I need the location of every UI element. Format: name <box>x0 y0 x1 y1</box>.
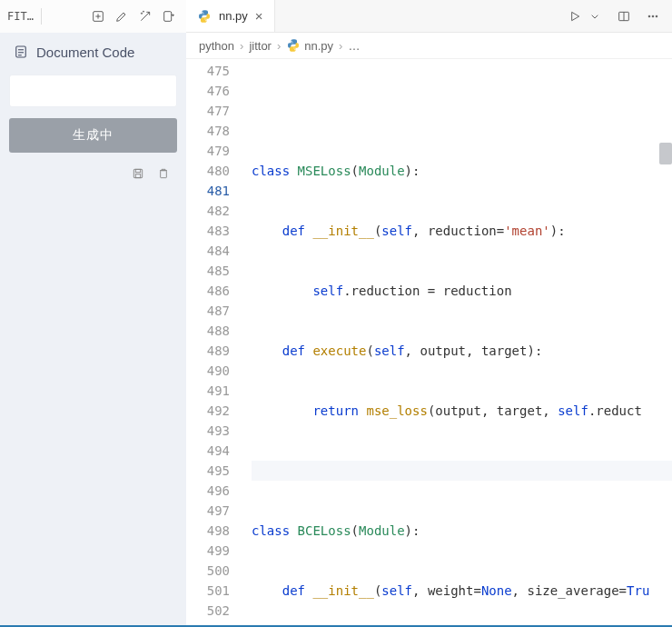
chevron-right-icon: › <box>240 39 243 53</box>
breadcrumb-seg[interactable]: nn.py <box>304 39 333 53</box>
tabs-row: nn.py × <box>186 0 672 33</box>
trash-icon[interactable] <box>155 165 172 182</box>
code-area[interactable]: 475 476 477 478 479 480 481 482 483 484 … <box>186 59 672 625</box>
breadcrumb-seg[interactable]: python <box>199 39 234 53</box>
close-icon[interactable]: × <box>255 8 263 24</box>
pencil-icon[interactable] <box>114 8 130 25</box>
svg-rect-11 <box>135 169 140 172</box>
document-icon <box>13 44 29 60</box>
code-line[interactable] <box>252 101 672 121</box>
generate-button[interactable]: 生成中 <box>9 118 177 153</box>
code-line[interactable]: def __init__(self, weight=None, size_ave… <box>252 581 672 601</box>
run-chevron-icon[interactable] <box>587 8 603 25</box>
editor-pane: nn.py × python › jittor › nn.py › <box>186 0 672 625</box>
svg-point-14 <box>202 11 203 12</box>
svg-point-19 <box>648 15 650 17</box>
svg-point-22 <box>292 41 292 42</box>
sidebar: FITT… Document Code 生成中 <box>0 0 186 625</box>
wand-icon[interactable] <box>137 8 153 25</box>
export-icon[interactable] <box>161 8 177 25</box>
svg-point-20 <box>652 15 654 17</box>
python-file-icon <box>286 38 301 53</box>
svg-rect-12 <box>135 174 140 178</box>
code-content[interactable]: class MSELoss(Module): def __init__(self… <box>242 59 672 625</box>
file-tab-nn-py[interactable]: nn.py × <box>186 0 275 32</box>
svg-point-23 <box>295 49 296 50</box>
svg-rect-10 <box>133 169 142 177</box>
svg-point-3 <box>141 13 142 14</box>
code-line[interactable]: return mse_loss(output, target, self.red… <box>252 401 672 421</box>
plus-panel-icon[interactable] <box>90 8 106 25</box>
split-editor-icon[interactable] <box>616 8 632 25</box>
run-icon[interactable] <box>567 8 583 25</box>
doc-input[interactable] <box>9 75 177 107</box>
code-line[interactable]: class MSELoss(Module): <box>252 161 672 181</box>
svg-marker-16 <box>572 12 579 20</box>
svg-point-4 <box>143 11 143 12</box>
file-tab-label: nn.py <box>219 9 248 23</box>
panel-header: Document Code <box>0 33 186 69</box>
more-icon[interactable] <box>645 8 661 25</box>
svg-point-15 <box>205 20 206 21</box>
python-file-icon <box>197 9 212 24</box>
chevron-right-icon: › <box>339 39 342 53</box>
code-line[interactable]: self.reduction = reduction <box>252 281 672 301</box>
sidebar-top-bar: FITT… <box>0 0 186 33</box>
code-line[interactable]: def execute(self, output, target): <box>252 341 672 361</box>
code-line[interactable]: class BCELoss(Module): <box>252 521 672 541</box>
chevron-right-icon: › <box>277 39 281 53</box>
breadcrumb-seg[interactable]: jittor <box>249 39 272 53</box>
svg-point-21 <box>656 15 657 17</box>
line-gutter: 475 476 477 478 479 480 481 482 483 484 … <box>186 59 242 625</box>
code-line[interactable] <box>252 461 672 481</box>
sidebar-top-tab[interactable]: FITT… <box>4 8 42 25</box>
panel-title: Document Code <box>36 45 134 60</box>
save-icon[interactable] <box>130 165 146 182</box>
breadcrumbs[interactable]: python › jittor › nn.py › … <box>186 33 672 59</box>
breadcrumb-more[interactable]: … <box>348 39 360 53</box>
svg-rect-5 <box>164 12 172 22</box>
svg-rect-13 <box>161 171 167 178</box>
code-line[interactable]: def __init__(self, reduction='mean'): <box>252 221 672 241</box>
scrollbar-thumb[interactable] <box>659 143 672 164</box>
